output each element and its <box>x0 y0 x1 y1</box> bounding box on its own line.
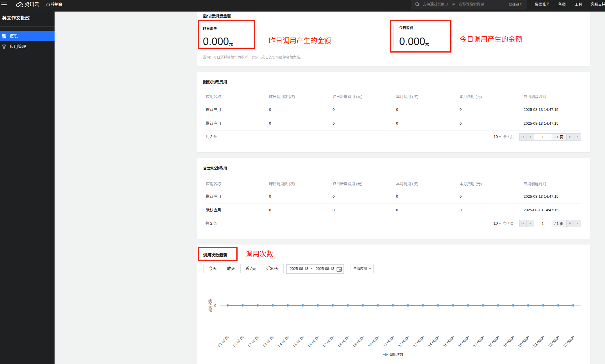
svg-text:21:00:00: 21:00:00 <box>533 335 545 348</box>
svg-text:05:00:00: 05:00:00 <box>292 335 305 348</box>
svg-text:23:00:00: 23:00:00 <box>563 335 575 348</box>
svg-text:03:00:00: 03:00:00 <box>262 335 275 348</box>
svg-text:22:00:00: 22:00:00 <box>548 335 560 348</box>
svg-text:08:00:00: 08:00:00 <box>337 335 350 348</box>
svg-text:07:00:00: 07:00:00 <box>322 335 335 348</box>
svg-text:18:00:00: 18:00:00 <box>488 335 500 348</box>
svg-text:调用次数: 调用次数 <box>208 298 212 312</box>
svg-text:01:00:00: 01:00:00 <box>232 335 245 348</box>
svg-text:20:00:00: 20:00:00 <box>518 335 530 348</box>
svg-text:19:00:00: 19:00:00 <box>503 335 515 348</box>
svg-text:14:00:00: 14:00:00 <box>427 335 440 348</box>
svg-text:0: 0 <box>214 304 216 308</box>
svg-text:06:00:00: 06:00:00 <box>307 335 320 348</box>
svg-text:00:00:00: 00:00:00 <box>217 335 230 348</box>
svg-text:12:00:00: 12:00:00 <box>397 335 410 348</box>
svg-text:17:00:00: 17:00:00 <box>473 335 485 348</box>
svg-text:04:00:00: 04:00:00 <box>277 335 290 348</box>
svg-text:13:00:00: 13:00:00 <box>412 335 425 348</box>
svg-text:02:00:00: 02:00:00 <box>247 335 260 348</box>
svg-text:16:00:00: 16:00:00 <box>458 335 470 348</box>
svg-text:调用次数: 调用次数 <box>389 352 403 357</box>
svg-text:10:00:00: 10:00:00 <box>367 335 380 348</box>
svg-text:11:00:00: 11:00:00 <box>382 335 395 348</box>
svg-text:15:00:00: 15:00:00 <box>442 335 455 348</box>
svg-text:09:00:00: 09:00:00 <box>352 335 365 348</box>
